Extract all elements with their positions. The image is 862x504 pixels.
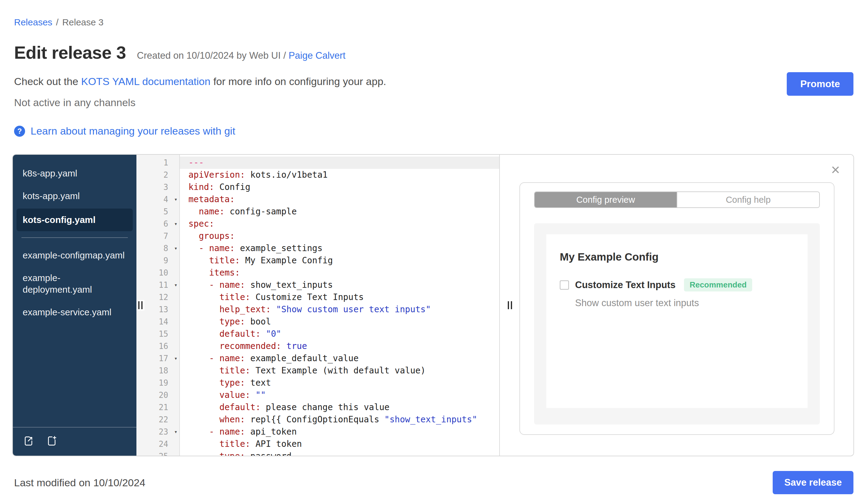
tab-config-help[interactable]: Config help	[677, 192, 819, 207]
code-line-4[interactable]: 4▾metadata:	[136, 193, 499, 205]
close-icon[interactable]: ×	[831, 162, 840, 177]
code-line-1[interactable]: 1---	[136, 157, 499, 169]
line-gutter: 11▾	[136, 279, 180, 291]
file-tree-item-kots-app-yaml[interactable]: kots-app.yaml	[13, 185, 136, 207]
promote-button[interactable]: Promote	[787, 72, 853, 96]
file-tree-item-example-configmap-yaml[interactable]: example-configmap.yaml	[13, 244, 136, 267]
file-tree-item-example-deployment-yaml[interactable]: example-deployment.yaml	[13, 267, 136, 301]
line-number: 11	[159, 279, 168, 291]
file-tree-item-k8s-app-yaml[interactable]: k8s-app.yaml	[13, 162, 136, 185]
code-text: ---	[180, 157, 499, 169]
fold-arrow-icon[interactable]: ▾	[174, 218, 178, 230]
page-title: Edit release 3	[14, 42, 126, 63]
code-line-15[interactable]: 15 default: "0"	[136, 328, 499, 340]
title-row: Edit release 3 Created on 10/10/2024 by …	[14, 42, 862, 63]
doc-row: Check out the KOTS YAML documentation fo…	[14, 76, 862, 88]
config-group-heading: My Example Config	[560, 251, 794, 263]
line-gutter: 23▾	[136, 426, 180, 438]
code-line-9[interactable]: 9 title: My Example Config	[136, 254, 499, 267]
fold-arrow-icon[interactable]: ▾	[174, 242, 178, 254]
code-text: title: Text Example (with default value)	[180, 364, 499, 377]
upload-file-icon[interactable]	[23, 435, 35, 447]
sidebar-resize-handle[interactable]	[136, 300, 144, 310]
code-line-13[interactable]: 13 help_text: "Show custom user text inp…	[136, 303, 499, 316]
code-line-12[interactable]: 12 title: Customize Text Inputs	[136, 291, 499, 303]
doc-prefix: Check out the	[14, 76, 81, 87]
line-number: 12	[159, 291, 168, 303]
line-number: 9	[164, 254, 168, 267]
code-line-21[interactable]: 21 default: please change this value	[136, 401, 499, 413]
footer: Last modified on 10/10/2024 Save release	[14, 471, 853, 494]
code-text: spec:	[180, 218, 499, 230]
code-line-14[interactable]: 14 type: bool	[136, 316, 499, 328]
code-text: help_text: "Show custom user text inputs…	[180, 303, 499, 316]
fold-arrow-icon[interactable]: ▾	[174, 426, 178, 438]
code-line-3[interactable]: 3kind: Config	[136, 181, 499, 193]
code-line-19[interactable]: 19 type: text	[136, 377, 499, 389]
channel-status: Not active in any channels	[14, 97, 862, 109]
line-number: 14	[159, 316, 168, 328]
file-tree-actions	[13, 427, 136, 456]
code-line-8[interactable]: 8▾ - name: example_settings	[136, 242, 499, 254]
file-tree-item-example-service-yaml[interactable]: example-service.yaml	[13, 301, 136, 323]
code-line-16[interactable]: 16 recommended: true	[136, 340, 499, 352]
line-number: 20	[159, 389, 168, 401]
file-tree-divider	[22, 237, 128, 238]
code-line-20[interactable]: 20 value: ""	[136, 389, 499, 401]
fold-arrow-icon[interactable]: ▾	[174, 279, 178, 291]
created-meta: Created on 10/10/2024 by Web UI / Paige …	[137, 50, 346, 61]
fold-arrow-icon[interactable]: ▾	[174, 193, 178, 205]
file-tree-sidebar: k8s-app.yamlkots-app.yamlkots-config.yam…	[13, 155, 136, 456]
code-line-25[interactable]: 25 type: password	[136, 450, 499, 456]
code-line-2[interactable]: 2apiVersion: kots.io/v1beta1	[136, 169, 499, 181]
author-link[interactable]: Paige Calvert	[288, 50, 345, 61]
fold-arrow-icon[interactable]: ▾	[174, 352, 178, 364]
code-line-6[interactable]: 6▾spec:	[136, 218, 499, 230]
line-number: 19	[159, 377, 168, 389]
line-gutter: 17▾	[136, 352, 180, 364]
code-line-11[interactable]: 11▾ - name: show_text_inputs	[136, 279, 499, 291]
line-gutter: 6▾	[136, 218, 180, 230]
config-item-help-text: Show custom user text inputs	[575, 297, 794, 308]
customize-text-inputs-checkbox[interactable]	[560, 280, 569, 290]
git-releases-help-link[interactable]: Learn about managing your releases with …	[30, 125, 235, 137]
code-line-22[interactable]: 22 when: repl{{ ConfigOptionEquals "show…	[136, 413, 499, 426]
code-line-17[interactable]: 17▾ - name: example_default_value	[136, 352, 499, 364]
preview-tabs: Config previewConfig help	[534, 191, 820, 208]
breadcrumb: Releases/Release 3	[14, 0, 862, 27]
line-gutter: 7	[136, 230, 180, 242]
new-file-icon[interactable]	[46, 435, 58, 447]
code-line-24[interactable]: 24 title: API token	[136, 438, 499, 450]
code-text: type: bool	[180, 316, 499, 328]
code-text: - name: show_text_inputs	[180, 279, 499, 291]
code-text: name: config-sample	[180, 205, 499, 218]
config-item-row: Customize Text Inputs Recommended	[560, 278, 794, 291]
breadcrumb-releases-link[interactable]: Releases	[14, 17, 52, 27]
save-release-button[interactable]: Save release	[773, 471, 853, 494]
code-line-5[interactable]: 5 name: config-sample	[136, 205, 499, 218]
config-group-card: My Example Config Customize Text Inputs …	[546, 234, 808, 408]
line-gutter: 10	[136, 267, 180, 279]
line-gutter: 14	[136, 316, 180, 328]
line-gutter: 24	[136, 438, 180, 450]
breadcrumb-separator: /	[56, 17, 58, 27]
line-gutter: 22	[136, 413, 180, 426]
code-text: kind: Config	[180, 181, 499, 193]
line-number: 3	[164, 181, 168, 193]
code-line-23[interactable]: 23▾ - name: api_token	[136, 426, 499, 438]
code-line-7[interactable]: 7 groups:	[136, 230, 499, 242]
code-line-18[interactable]: 18 title: Text Example (with default val…	[136, 364, 499, 377]
line-number: 18	[159, 364, 168, 377]
tab-config-preview[interactable]: Config preview	[535, 192, 677, 207]
yaml-code-editor[interactable]: 1---2apiVersion: kots.io/v1beta13kind: C…	[136, 155, 500, 456]
code-line-10[interactable]: 10 items:	[136, 267, 499, 279]
code-text: - name: example_default_value	[180, 352, 499, 364]
line-gutter: 21	[136, 401, 180, 413]
kots-yaml-doc-link[interactable]: KOTS YAML documentation	[81, 76, 210, 87]
line-number: 24	[159, 438, 168, 450]
line-number: 1	[164, 157, 168, 169]
line-number: 5	[164, 205, 168, 218]
preview-resize-handle[interactable]	[506, 300, 514, 310]
file-tree-item-kots-config-yaml[interactable]: kots-config.yaml	[16, 209, 133, 231]
code-text: title: Customize Text Inputs	[180, 291, 499, 303]
